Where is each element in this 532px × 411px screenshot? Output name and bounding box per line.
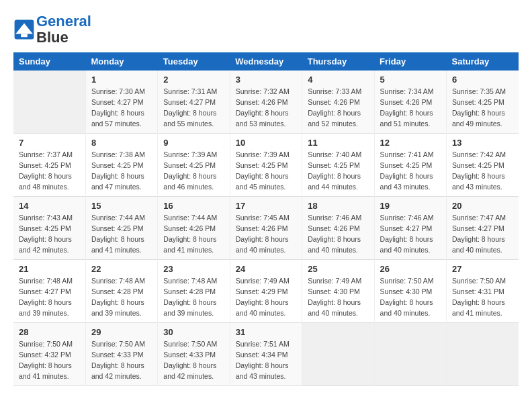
- calendar-cell: [302, 323, 374, 386]
- calendar-cell: 9Sunrise: 7:39 AM Sunset: 4:25 PM Daylig…: [158, 134, 230, 197]
- day-info: Sunrise: 7:48 AM Sunset: 4:28 PM Dayligh…: [163, 276, 224, 318]
- day-number: 12: [380, 138, 441, 148]
- day-info: Sunrise: 7:42 AM Sunset: 4:25 PM Dayligh…: [452, 150, 513, 192]
- day-number: 21: [19, 264, 80, 274]
- calendar-cell: 12Sunrise: 7:41 AM Sunset: 4:25 PM Dayli…: [374, 134, 446, 197]
- day-info: Sunrise: 7:39 AM Sunset: 4:25 PM Dayligh…: [236, 150, 296, 192]
- calendar-cell: 15Sunrise: 7:44 AM Sunset: 4:25 PM Dayli…: [85, 197, 157, 260]
- day-number: 10: [236, 138, 296, 148]
- day-info: Sunrise: 7:46 AM Sunset: 4:27 PM Dayligh…: [380, 213, 441, 255]
- day-number: 15: [91, 201, 152, 211]
- day-info: Sunrise: 7:50 AM Sunset: 4:31 PM Dayligh…: [452, 276, 513, 318]
- day-info: Sunrise: 7:39 AM Sunset: 4:25 PM Dayligh…: [163, 150, 224, 192]
- day-number: 31: [236, 327, 296, 337]
- weekday-header-saturday: Saturday: [447, 52, 519, 71]
- day-number: 24: [236, 264, 296, 274]
- calendar-cell: 3Sunrise: 7:32 AM Sunset: 4:26 PM Daylig…: [230, 71, 302, 134]
- day-number: 13: [452, 138, 513, 148]
- logo: GeneralBlue: [13, 13, 91, 46]
- weekday-header-row: SundayMondayTuesdayWednesdayThursdayFrid…: [13, 52, 519, 71]
- calendar-cell: 5Sunrise: 7:34 AM Sunset: 4:26 PM Daylig…: [374, 71, 446, 134]
- day-info: Sunrise: 7:43 AM Sunset: 4:25 PM Dayligh…: [19, 213, 80, 255]
- weekday-header-friday: Friday: [374, 52, 446, 71]
- day-number: 8: [91, 138, 152, 148]
- calendar-cell: 7Sunrise: 7:37 AM Sunset: 4:25 PM Daylig…: [13, 134, 85, 197]
- day-number: 28: [19, 327, 80, 337]
- calendar-cell: [447, 323, 519, 386]
- weekday-header-monday: Monday: [85, 52, 157, 71]
- calendar-cell: 10Sunrise: 7:39 AM Sunset: 4:25 PM Dayli…: [230, 134, 302, 197]
- logo-text: GeneralBlue: [36, 13, 91, 46]
- day-info: Sunrise: 7:44 AM Sunset: 4:26 PM Dayligh…: [163, 213, 224, 255]
- day-number: 4: [308, 75, 368, 85]
- calendar-cell: 13Sunrise: 7:42 AM Sunset: 4:25 PM Dayli…: [447, 134, 519, 197]
- calendar-cell: 24Sunrise: 7:49 AM Sunset: 4:29 PM Dayli…: [230, 260, 302, 323]
- weekday-header-sunday: Sunday: [13, 52, 85, 71]
- calendar-cell: 19Sunrise: 7:46 AM Sunset: 4:27 PM Dayli…: [374, 197, 446, 260]
- calendar-cell: 18Sunrise: 7:46 AM Sunset: 4:26 PM Dayli…: [302, 197, 374, 260]
- day-number: 23: [163, 264, 224, 274]
- calendar-cell: 23Sunrise: 7:48 AM Sunset: 4:28 PM Dayli…: [158, 260, 230, 323]
- calendar-cell: 28Sunrise: 7:50 AM Sunset: 4:32 PM Dayli…: [13, 323, 85, 386]
- day-number: 6: [452, 75, 513, 85]
- calendar-cell: 22Sunrise: 7:48 AM Sunset: 4:28 PM Dayli…: [85, 260, 157, 323]
- day-number: 9: [163, 138, 224, 148]
- day-info: Sunrise: 7:40 AM Sunset: 4:25 PM Dayligh…: [308, 150, 368, 192]
- day-info: Sunrise: 7:48 AM Sunset: 4:28 PM Dayligh…: [91, 276, 152, 318]
- page-header: GeneralBlue: [13, 13, 519, 46]
- logo-icon: [13, 19, 35, 40]
- calendar-cell: 30Sunrise: 7:50 AM Sunset: 4:33 PM Dayli…: [158, 323, 230, 386]
- calendar-cell: 25Sunrise: 7:49 AM Sunset: 4:30 PM Dayli…: [302, 260, 374, 323]
- day-number: 3: [236, 75, 296, 85]
- calendar-week-row: 7Sunrise: 7:37 AM Sunset: 4:25 PM Daylig…: [13, 134, 519, 197]
- calendar-cell: 17Sunrise: 7:45 AM Sunset: 4:26 PM Dayli…: [230, 197, 302, 260]
- day-info: Sunrise: 7:30 AM Sunset: 4:27 PM Dayligh…: [91, 87, 152, 129]
- day-number: 11: [308, 138, 368, 148]
- day-number: 25: [308, 264, 368, 274]
- day-info: Sunrise: 7:50 AM Sunset: 4:33 PM Dayligh…: [91, 339, 152, 381]
- calendar-table: SundayMondayTuesdayWednesdayThursdayFrid…: [13, 52, 519, 386]
- day-info: Sunrise: 7:35 AM Sunset: 4:25 PM Dayligh…: [452, 87, 513, 129]
- calendar-cell: 31Sunrise: 7:51 AM Sunset: 4:34 PM Dayli…: [230, 323, 302, 386]
- calendar-cell: 1Sunrise: 7:30 AM Sunset: 4:27 PM Daylig…: [85, 71, 157, 134]
- svg-rect-2: [21, 34, 28, 38]
- day-number: 19: [380, 201, 441, 211]
- day-number: 20: [452, 201, 513, 211]
- weekday-header-thursday: Thursday: [302, 52, 374, 71]
- day-info: Sunrise: 7:37 AM Sunset: 4:25 PM Dayligh…: [19, 150, 80, 192]
- calendar-cell: 16Sunrise: 7:44 AM Sunset: 4:26 PM Dayli…: [158, 197, 230, 260]
- day-info: Sunrise: 7:49 AM Sunset: 4:30 PM Dayligh…: [308, 276, 368, 318]
- day-number: 27: [452, 264, 513, 274]
- calendar-cell: 8Sunrise: 7:38 AM Sunset: 4:25 PM Daylig…: [85, 134, 157, 197]
- day-info: Sunrise: 7:50 AM Sunset: 4:30 PM Dayligh…: [380, 276, 441, 318]
- calendar-week-row: 21Sunrise: 7:48 AM Sunset: 4:27 PM Dayli…: [13, 260, 519, 323]
- calendar-cell: 4Sunrise: 7:33 AM Sunset: 4:26 PM Daylig…: [302, 71, 374, 134]
- day-number: 7: [19, 138, 80, 148]
- calendar-cell: 20Sunrise: 7:47 AM Sunset: 4:27 PM Dayli…: [447, 197, 519, 260]
- day-number: 5: [380, 75, 441, 85]
- day-info: Sunrise: 7:38 AM Sunset: 4:25 PM Dayligh…: [91, 150, 152, 192]
- day-info: Sunrise: 7:34 AM Sunset: 4:26 PM Dayligh…: [380, 87, 441, 129]
- day-info: Sunrise: 7:45 AM Sunset: 4:26 PM Dayligh…: [236, 213, 296, 255]
- weekday-header-tuesday: Tuesday: [158, 52, 230, 71]
- calendar-cell: [374, 323, 446, 386]
- calendar-cell: 26Sunrise: 7:50 AM Sunset: 4:30 PM Dayli…: [374, 260, 446, 323]
- calendar-cell: 21Sunrise: 7:48 AM Sunset: 4:27 PM Dayli…: [13, 260, 85, 323]
- day-number: 18: [308, 201, 368, 211]
- day-number: 22: [91, 264, 152, 274]
- calendar-cell: 2Sunrise: 7:31 AM Sunset: 4:27 PM Daylig…: [158, 71, 230, 134]
- day-info: Sunrise: 7:50 AM Sunset: 4:33 PM Dayligh…: [163, 339, 224, 381]
- calendar-cell: 11Sunrise: 7:40 AM Sunset: 4:25 PM Dayli…: [302, 134, 374, 197]
- day-info: Sunrise: 7:49 AM Sunset: 4:29 PM Dayligh…: [236, 276, 296, 318]
- day-info: Sunrise: 7:33 AM Sunset: 4:26 PM Dayligh…: [308, 87, 368, 129]
- day-number: 16: [163, 201, 224, 211]
- day-info: Sunrise: 7:48 AM Sunset: 4:27 PM Dayligh…: [19, 276, 80, 318]
- calendar-cell: [13, 71, 85, 134]
- day-number: 2: [163, 75, 224, 85]
- weekday-header-wednesday: Wednesday: [230, 52, 302, 71]
- day-info: Sunrise: 7:46 AM Sunset: 4:26 PM Dayligh…: [308, 213, 368, 255]
- calendar-cell: 29Sunrise: 7:50 AM Sunset: 4:33 PM Dayli…: [85, 323, 157, 386]
- calendar-week-row: 1Sunrise: 7:30 AM Sunset: 4:27 PM Daylig…: [13, 71, 519, 134]
- day-info: Sunrise: 7:32 AM Sunset: 4:26 PM Dayligh…: [236, 87, 296, 129]
- day-info: Sunrise: 7:50 AM Sunset: 4:32 PM Dayligh…: [19, 339, 80, 381]
